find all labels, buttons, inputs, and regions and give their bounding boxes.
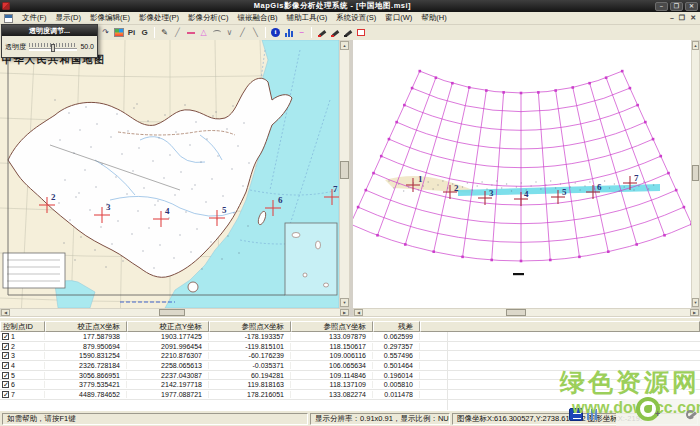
pencil-tool-icon[interactable]: ✎ [159,27,170,39]
polyline-tool-icon[interactable]: ∨ [224,27,235,39]
control-point-2[interactable]: 2 [39,192,56,213]
row-checkbox[interactable]: ✓ [2,391,9,398]
scroll-down-icon[interactable]: ▼ [340,298,349,307]
column-header[interactable]: 校正点Y坐标 [127,321,209,332]
arc-tool-icon[interactable] [211,27,222,39]
pi-button[interactable]: Pi [126,27,137,39]
scroll-left-icon[interactable]: ◀ [354,309,363,316]
control-point-4[interactable]: 4 [153,206,170,227]
cell[interactable]: 177.587938 [45,333,127,340]
cell[interactable]: 1903.177425 [127,333,209,340]
cell[interactable]: 2091.996454 [127,343,209,350]
control-point-1[interactable]: 1 [406,174,423,192]
scroll-down-icon[interactable]: ▼ [692,298,699,307]
control-point-4[interactable]: 4 [514,189,529,206]
right-horizontal-scrollbar[interactable]: ◀ ▶ [353,308,700,317]
cell[interactable]: 3056.866951 [45,372,127,379]
cell[interactable]: 4489.784652 [45,391,127,398]
pen-red-icon[interactable] [316,27,327,39]
line-tool-icon[interactable]: ╱ [172,27,183,39]
image-icon[interactable] [113,27,124,39]
cell[interactable]: 118.150617 [291,343,373,350]
row-checkbox[interactable]: ✓ [2,333,9,340]
row-checkbox[interactable]: ✓ [2,362,9,369]
mdi-minimize-button[interactable]: – [670,14,674,22]
control-point-6[interactable]: 6 [586,182,602,199]
table-row[interactable]: ✓31590.8312542210.876307-60.176239109.00… [0,351,700,361]
scroll-thumb[interactable] [159,309,185,316]
transparency-slider[interactable] [29,42,77,51]
cell[interactable]: 2210.876307 [127,352,209,359]
column-header[interactable]: 校正点X坐标 [45,321,127,332]
control-point-5[interactable]: 5 [209,205,227,226]
cell[interactable]: 133.097879 [291,333,373,340]
cell[interactable]: 1590.831254 [45,352,127,359]
cell[interactable]: 1977.088721 [127,391,209,398]
control-point-3[interactable]: 3 [94,202,111,223]
scroll-left-icon[interactable]: ◀ [1,309,10,316]
row-checkbox[interactable]: ✓ [2,381,9,388]
scroll-thumb[interactable] [340,161,349,179]
table-row[interactable]: ✓1177.5879381903.177425-178.193357133.09… [0,332,700,342]
grid-canvas[interactable]: 1234567 [353,40,691,308]
cell[interactable]: -119.815101 [209,343,291,350]
red-rect-icon[interactable] [355,27,366,39]
cell[interactable]: 0.062599 [373,333,420,340]
g-button[interactable]: G [139,27,150,39]
info-icon[interactable]: i [270,27,281,39]
cell[interactable]: 0.501464 [373,362,420,369]
slash-tool-icon[interactable]: ╱ [237,27,248,39]
scroll-thumb[interactable] [506,309,526,316]
wave-icon[interactable]: ~ [296,27,307,39]
cell[interactable]: 118.137109 [291,381,373,388]
menu-item-6[interactable]: 镶嵌融合(B) [237,13,277,23]
polygon-tool-icon[interactable]: △ [198,27,209,39]
control-point-7[interactable]: 7 [324,184,339,205]
redo-icon[interactable]: ↷ [100,27,111,39]
cell[interactable]: -0.035371 [209,362,291,369]
cell[interactable]: 178.216051 [209,391,291,398]
row-checkbox[interactable]: ✓ [2,372,9,379]
plus-icon[interactable]: + [655,409,660,419]
control-point-2[interactable]: 2 [443,183,459,199]
mdi-close-button[interactable]: ✕ [690,14,696,22]
cell[interactable]: 133.082274 [291,391,373,398]
menu-item-9[interactable]: 窗口(W) [385,13,412,23]
control-point-5[interactable]: 5 [551,187,567,204]
menu-item-1[interactable]: 文件(F) [22,13,47,23]
control-point-7[interactable]: 7 [623,173,639,190]
pen-black-icon[interactable] [342,27,353,39]
scroll-up-icon[interactable]: ▲ [692,41,699,50]
backslash-tool-icon[interactable]: ╲ [250,27,261,39]
scroll-right-icon[interactable]: ▶ [690,309,699,316]
cell[interactable]: 2326.728184 [45,362,127,369]
table-row[interactable]: ✓2879.9506942091.996454-119.815101118.15… [0,342,700,352]
right-vertical-scrollbar[interactable]: ▲ ▼ [691,40,700,308]
cell[interactable]: 2237.043087 [127,372,209,379]
scroll-right-icon[interactable]: ▶ [340,309,349,316]
hline-tool-icon[interactable] [185,27,196,39]
menu-item-8[interactable]: 系统设置(S) [336,13,376,23]
cell[interactable]: -178.193357 [209,333,291,340]
scroll-up-icon[interactable]: ▲ [340,41,349,50]
cell[interactable]: 0.005810 [373,381,420,388]
cell[interactable]: 109.114846 [291,372,373,379]
histogram-icon[interactable] [283,27,294,39]
left-vertical-scrollbar[interactable]: ▲ ▼ [339,40,350,308]
column-header[interactable]: 参照点Y坐标 [291,321,373,332]
cell[interactable]: 109.006116 [291,352,373,359]
menu-item-10[interactable]: 帮助(H) [421,13,446,23]
mdi-restore-button[interactable]: ❐ [679,14,685,22]
china-map-canvas[interactable]: 234567 中华人民共和国地图 [0,40,339,308]
cell[interactable]: 119.818163 [209,381,291,388]
menu-item-7[interactable]: 辅助工具(G) [286,13,327,23]
pen-red2-icon[interactable] [329,27,340,39]
cell[interactable]: 2142.197718 [127,381,209,388]
cell[interactable]: 2258.065613 [127,362,209,369]
cell[interactable]: 0.196014 [373,372,420,379]
cell[interactable]: -60.176239 [209,352,291,359]
scroll-thumb[interactable] [692,165,699,181]
close-button[interactable]: ✕ [685,2,698,11]
restore-button[interactable]: ❐ [670,2,683,11]
left-horizontal-scrollbar[interactable]: ◀ ▶ [0,308,350,317]
